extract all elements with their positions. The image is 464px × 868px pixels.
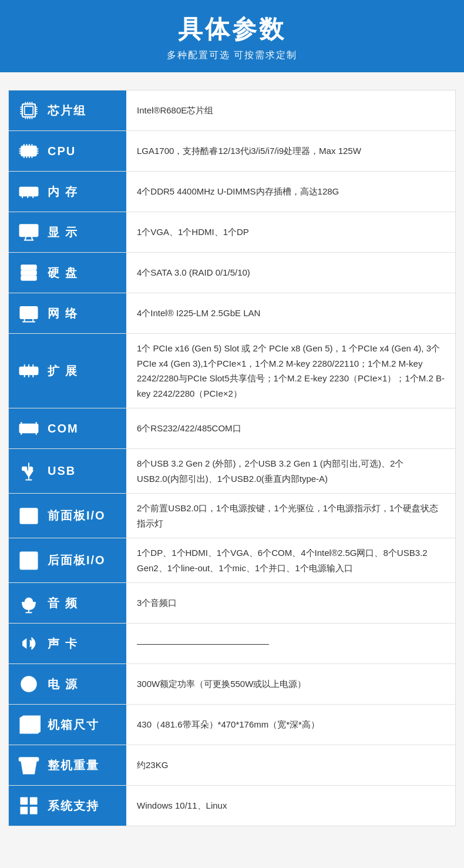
svg-point-53 bbox=[32, 266, 34, 269]
spec-label-audio: 音 频 bbox=[9, 583, 126, 623]
spec-label-text-power: 电 源 bbox=[48, 676, 78, 692]
spec-row-front-io: 前面板I/O2个前置USB2.0口，1个电源按键，1个光驱位，1个电源指示灯，1… bbox=[9, 494, 455, 538]
spec-value-audio: 3个音频口 bbox=[126, 583, 455, 623]
spec-label-text-expansion: 扩 展 bbox=[48, 363, 78, 379]
spec-label-text-weight: 整机重量 bbox=[48, 758, 99, 773]
svg-point-55 bbox=[32, 277, 34, 279]
page-title: 具体参数 bbox=[0, 13, 464, 46]
spec-label-chassis: 机箱尺寸 bbox=[9, 705, 126, 745]
spec-value-network: 4个Intel® I225-LM 2.5GbE LAN bbox=[126, 293, 455, 333]
network-icon bbox=[16, 300, 42, 326]
spec-label-weight: KG 整机重量 bbox=[9, 745, 126, 785]
svg-rect-87 bbox=[22, 510, 28, 513]
svg-rect-109 bbox=[20, 797, 28, 805]
front-io-icon bbox=[16, 503, 42, 529]
spec-value-com: 6个RS232/422/485COM口 bbox=[126, 408, 455, 448]
page-subtitle: 多种配置可选 可按需求定制 bbox=[0, 49, 464, 62]
svg-rect-64 bbox=[22, 369, 25, 372]
page-header: 具体参数 多种配置可选 可按需求定制 bbox=[0, 0, 464, 72]
display-icon bbox=[16, 219, 42, 245]
spec-label-text-usb: USB bbox=[48, 464, 76, 478]
spec-value-cpu: LGA1700，支持酷睿12/13代i3/i5/i7/i9处理器，Max 125… bbox=[126, 131, 455, 171]
expansion-icon bbox=[16, 358, 42, 384]
svg-rect-96 bbox=[28, 560, 31, 563]
svg-rect-42 bbox=[20, 224, 38, 236]
com-icon bbox=[16, 415, 42, 441]
spec-label-front-io: 前面板I/O bbox=[9, 494, 126, 538]
spec-label-soundcard: 声 卡 bbox=[9, 624, 126, 663]
usb-icon bbox=[16, 458, 42, 484]
audio-icon bbox=[16, 590, 42, 616]
soundcard-icon bbox=[16, 631, 42, 656]
memory-icon bbox=[16, 179, 42, 205]
svg-point-76 bbox=[29, 427, 32, 430]
spec-label-text-audio: 音 频 bbox=[48, 595, 78, 611]
spec-label-chipset: 芯片组 bbox=[9, 91, 126, 130]
spec-label-cpu: CPU bbox=[9, 131, 126, 171]
spec-label-text-network: 网 络 bbox=[48, 306, 78, 321]
spec-row-chipset: 芯片组Intel®R680E芯片组 bbox=[9, 91, 455, 131]
spec-label-expansion: 扩 展 bbox=[9, 334, 126, 408]
spec-label-power: 电 源 bbox=[9, 664, 126, 704]
spec-row-expansion: 扩 展1个 PCIe x16 (Gen 5) Slot 或 2个 PCIe x8… bbox=[9, 334, 455, 408]
spec-row-soundcard: 声 卡——————————————— bbox=[9, 624, 455, 664]
svg-rect-93 bbox=[22, 554, 28, 558]
spec-value-expansion: 1个 PCIe x16 (Gen 5) Slot 或 2个 PCIe x8 (G… bbox=[126, 334, 455, 408]
svg-rect-82 bbox=[22, 467, 26, 470]
storage-icon bbox=[16, 260, 42, 286]
chipset-icon bbox=[16, 98, 42, 123]
spec-label-text-chipset: 芯片组 bbox=[48, 103, 86, 119]
spec-row-os: 系统支持Windows 10/11、Linux bbox=[9, 786, 455, 826]
spec-value-chipset: Intel®R680E芯片组 bbox=[126, 91, 455, 130]
spec-label-memory: 内 存 bbox=[9, 172, 126, 212]
spec-row-memory: 内 存4个DDR5 4400MHz U-DIMMS内存插槽，高达128G bbox=[9, 172, 455, 212]
spec-row-power: 电 源300W额定功率（可更换550W或以上电源） bbox=[9, 664, 455, 705]
spec-row-audio: 音 频3个音频口 bbox=[9, 583, 455, 624]
spec-label-storage: 硬 盘 bbox=[9, 253, 126, 293]
spec-label-os: 系统支持 bbox=[9, 786, 126, 826]
spec-label-rear-io: 后面板I/O bbox=[9, 538, 126, 582]
spec-row-network: 网 络4个Intel® I225-LM 2.5GbE LAN bbox=[9, 293, 455, 334]
spec-label-network: 网 络 bbox=[9, 293, 126, 333]
spec-label-text-rear-io: 后面板I/O bbox=[48, 552, 106, 568]
spec-label-text-chassis: 机箱尺寸 bbox=[48, 717, 99, 733]
svg-rect-95 bbox=[22, 560, 25, 563]
svg-point-77 bbox=[33, 427, 35, 430]
spec-row-display: 显 示1个VGA、1个HDMI、1个DP bbox=[9, 212, 455, 253]
rear-io-icon bbox=[16, 548, 42, 574]
spec-value-weight: 约23KG bbox=[126, 745, 455, 785]
spec-value-storage: 4个SATA 3.0 (RAID 0/1/5/10) bbox=[126, 253, 455, 293]
svg-rect-94 bbox=[30, 554, 35, 558]
svg-point-75 bbox=[26, 427, 28, 430]
spec-value-usb: 8个USB 3.2 Gen 2 (外部)，2个USB 3.2 Gen 1 (内部… bbox=[126, 449, 455, 493]
spec-row-cpu: CPULGA1700，支持酷睿12/13代i3/i5/i7/i9处理器，Max … bbox=[9, 131, 455, 172]
spec-row-rear-io: 后面板I/O1个DP、1个HDMI、1个VGA、6个COM、4个Intel®2.… bbox=[9, 538, 455, 583]
svg-rect-1 bbox=[25, 106, 33, 115]
spec-row-chassis: 机箱尺寸430（481.6带耳朵）*470*176mm（宽*深*高） bbox=[9, 705, 455, 745]
spec-row-usb: USB8个USB 3.2 Gen 2 (外部)，2个USB 3.2 Gen 1 … bbox=[9, 449, 455, 494]
spec-label-com: COM bbox=[9, 408, 126, 448]
svg-rect-112 bbox=[30, 807, 38, 815]
svg-rect-88 bbox=[30, 510, 35, 513]
spec-label-text-memory: 内 存 bbox=[48, 184, 78, 200]
svg-rect-66 bbox=[32, 369, 35, 372]
svg-rect-111 bbox=[20, 807, 28, 815]
svg-point-91 bbox=[32, 518, 34, 520]
spec-label-text-soundcard: 声 卡 bbox=[48, 636, 78, 652]
spec-label-display: 显 示 bbox=[9, 212, 126, 252]
weight-icon: KG bbox=[16, 752, 42, 778]
cpu-icon bbox=[16, 138, 42, 164]
spec-label-usb: USB bbox=[9, 449, 126, 493]
specs-table: 芯片组Intel®R680E芯片组 CPULGA1700，支持酷睿12/13代i… bbox=[8, 90, 456, 826]
spec-value-soundcard: ——————————————— bbox=[126, 624, 455, 663]
spec-value-power: 300W额定功率（可更换550W或以上电源） bbox=[126, 664, 455, 704]
spec-label-text-com: COM bbox=[48, 422, 79, 435]
svg-rect-110 bbox=[30, 797, 38, 805]
spec-value-memory: 4个DDR5 4400MHz U-DIMMS内存插槽，高达128G bbox=[126, 172, 455, 212]
spec-value-rear-io: 1个DP、1个HDMI、1个VGA、6个COM、4个Intel®2.5G网口、8… bbox=[126, 538, 455, 582]
svg-point-74 bbox=[22, 427, 24, 430]
chassis-icon bbox=[16, 712, 42, 738]
spec-label-text-cpu: CPU bbox=[48, 145, 76, 158]
spec-value-chassis: 430（481.6带耳朵）*470*176mm（宽*深*高） bbox=[126, 705, 455, 745]
svg-point-46 bbox=[22, 227, 25, 229]
